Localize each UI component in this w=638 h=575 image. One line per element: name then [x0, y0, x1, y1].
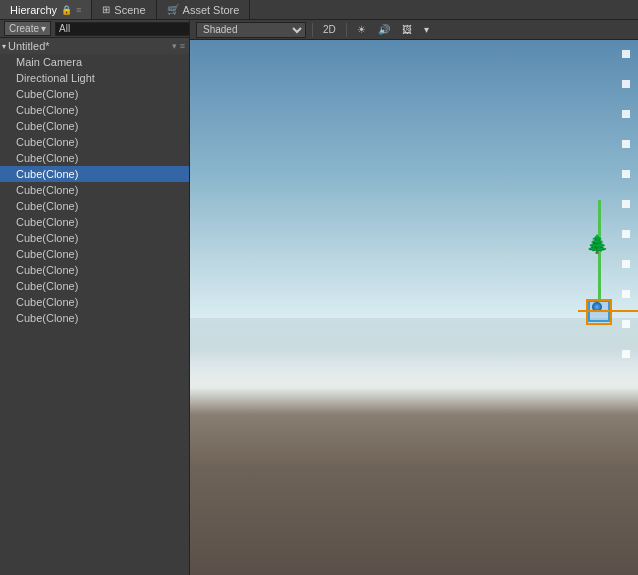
cube-clone-5-label: Cube(Clone): [16, 152, 78, 164]
scene-viewport[interactable]: 🌲: [190, 40, 638, 575]
scene-tab-label: Scene: [114, 4, 145, 16]
hierarchy-item-cube-11[interactable]: Cube(Clone): [0, 246, 189, 262]
cube-clone-13-label: Cube(Clone): [16, 280, 78, 292]
cube-clone-1-label: Cube(Clone): [16, 88, 78, 100]
create-dropdown-arrow: ▾: [41, 23, 46, 34]
cart-icon: 🛒: [167, 4, 179, 15]
asset-store-tab-label: Asset Store: [183, 4, 240, 16]
cube-clone-2-label: Cube(Clone): [16, 104, 78, 116]
cube-clone-4-label: Cube(Clone): [16, 136, 78, 148]
scene-arrow-icon: ▾: [2, 42, 6, 51]
main-content-row: Create ▾ ✕ ≡ ▾ Untitled* ▾ ≡ Main Camera…: [0, 20, 638, 575]
lighting-icon[interactable]: ☀: [353, 22, 370, 37]
shading-mode-select[interactable]: Shaded Wireframe Shaded Wireframe: [196, 22, 306, 38]
cube-clone-11-label: Cube(Clone): [16, 248, 78, 260]
hierarchy-item-cube-9[interactable]: Cube(Clone): [0, 214, 189, 230]
scene-group-untitled[interactable]: ▾ Untitled* ▾ ≡: [0, 38, 189, 54]
hierarchy-item-cube-4[interactable]: Cube(Clone): [0, 134, 189, 150]
hierarchy-search-input[interactable]: [55, 22, 190, 36]
tab-asset-store[interactable]: 🛒 Asset Store: [157, 0, 251, 19]
scene-grid-icon: ⊞: [102, 4, 110, 15]
tab-scene[interactable]: ⊞ Scene: [92, 0, 156, 19]
scene-group-options: ▾ ≡: [172, 41, 185, 51]
cube-clone-8-label: Cube(Clone): [16, 200, 78, 212]
tab-hierarchy[interactable]: Hierarchy 🔒 ≡: [0, 0, 92, 19]
hierarchy-item-main-camera[interactable]: Main Camera: [0, 54, 189, 70]
cube-clone-12-label: Cube(Clone): [16, 264, 78, 276]
hierarchy-item-directional-light[interactable]: Directional Light: [0, 70, 189, 86]
hierarchy-item-cube-2[interactable]: Cube(Clone): [0, 102, 189, 118]
scene-name: Untitled*: [8, 40, 50, 52]
cube-clone-10-label: Cube(Clone): [16, 232, 78, 244]
sky-background: [190, 40, 638, 575]
lock-icon: 🔒: [61, 5, 72, 15]
cube-clone-9-label: Cube(Clone): [16, 216, 78, 228]
hierarchy-item-cube-15[interactable]: Cube(Clone): [0, 310, 189, 326]
create-button[interactable]: Create ▾: [4, 21, 51, 36]
cube-clone-6-label: Cube(Clone): [16, 168, 78, 180]
hierarchy-tab-menu-icon: ≡: [76, 5, 81, 15]
cube-clone-14-label: Cube(Clone): [16, 296, 78, 308]
cube-clone-7-label: Cube(Clone): [16, 184, 78, 196]
hierarchy-item-cube-1[interactable]: Cube(Clone): [0, 86, 189, 102]
scene-area: Shaded Wireframe Shaded Wireframe 2D ☀ 🔊…: [190, 20, 638, 575]
directional-light-label: Directional Light: [16, 72, 95, 84]
create-label: Create: [9, 23, 39, 34]
hierarchy-item-cube-14[interactable]: Cube(Clone): [0, 294, 189, 310]
audio-icon[interactable]: 🔊: [374, 22, 394, 37]
hierarchy-item-cube-3[interactable]: Cube(Clone): [0, 118, 189, 134]
hierarchy-toolbar: Create ▾ ✕ ≡: [0, 20, 189, 38]
scene-toolbar: Shaded Wireframe Shaded Wireframe 2D ☀ 🔊…: [190, 20, 638, 40]
hierarchy-item-cube-6-selected[interactable]: Cube(Clone): [0, 166, 189, 182]
cube-clone-3-label: Cube(Clone): [16, 120, 78, 132]
main-camera-label: Main Camera: [16, 56, 82, 68]
cube-clone-15-label: Cube(Clone): [16, 312, 78, 324]
hierarchy-item-cube-5[interactable]: Cube(Clone): [0, 150, 189, 166]
hierarchy-tab-label: Hierarchy: [10, 4, 57, 16]
hierarchy-item-cube-8[interactable]: Cube(Clone): [0, 198, 189, 214]
hierarchy-item-cube-10[interactable]: Cube(Clone): [0, 230, 189, 246]
scene-tree: ▾ Untitled* ▾ ≡ Main Camera Directional …: [0, 38, 189, 575]
hierarchy-item-cube-13[interactable]: Cube(Clone): [0, 278, 189, 294]
image-effects-icon[interactable]: 🖼: [398, 22, 416, 37]
toolbar-divider-1: [312, 23, 313, 37]
horizon-gradient: [190, 318, 638, 382]
hierarchy-panel: Create ▾ ✕ ≡ ▾ Untitled* ▾ ≡ Main Camera…: [0, 20, 190, 575]
toolbar-divider-2: [346, 23, 347, 37]
more-options-icon[interactable]: ▾: [420, 22, 433, 37]
hierarchy-item-cube-7[interactable]: Cube(Clone): [0, 182, 189, 198]
hierarchy-item-cube-12[interactable]: Cube(Clone): [0, 262, 189, 278]
top-tabs-bar: Hierarchy 🔒 ≡ ⊞ Scene 🛒 Asset Store: [0, 0, 638, 20]
2d-toggle[interactable]: 2D: [319, 22, 340, 37]
